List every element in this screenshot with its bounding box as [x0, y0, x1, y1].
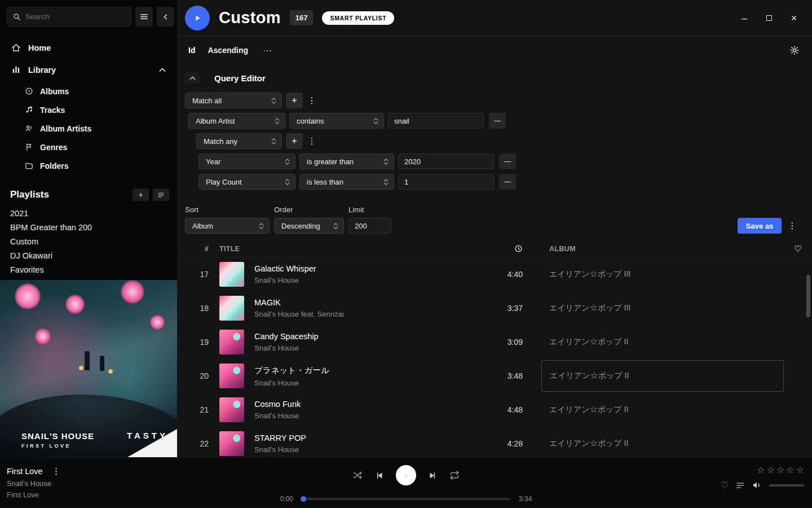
sidebar-item-library[interactable]: Library: [0, 59, 177, 81]
track-album: エイリアン☆ポップ II: [541, 439, 784, 449]
track-row[interactable]: 19 Candy Spaceship Snail's House 3:09 エイ…: [177, 325, 812, 359]
play-playlist-button[interactable]: [185, 6, 210, 30]
rule-operator-select[interactable]: contains: [289, 113, 384, 129]
seek-bar[interactable]: [302, 498, 510, 500]
maximize-button[interactable]: [765, 14, 774, 23]
favorite-heart-icon[interactable]: ♡: [721, 480, 729, 491]
track-row[interactable]: 22 STARRY POP Snail's House 4:28 エイリアン☆ポ…: [177, 427, 812, 457]
star-icon[interactable]: ☆: [786, 465, 794, 475]
group-menu-icon[interactable]: ⋮: [307, 95, 317, 106]
order-select[interactable]: Descending: [274, 218, 344, 234]
limit-label: Limit: [348, 205, 391, 214]
track-duration: 3:48: [478, 371, 523, 380]
art-hand-lantern: [108, 369, 113, 374]
track-row[interactable]: 21 Cosmo Funk Snail's House 4:48 エイリアン☆ポ…: [177, 393, 812, 427]
plus-icon: +: [138, 190, 143, 199]
sidebar-item-home[interactable]: Home: [0, 37, 177, 59]
star-icon[interactable]: ☆: [767, 465, 775, 475]
folder-icon: [25, 161, 33, 170]
track-album: エイリアン☆ポップ II: [541, 405, 784, 415]
star-icon[interactable]: ☆: [796, 465, 804, 475]
settings-gear-icon[interactable]: [789, 45, 800, 55]
sidebar-item-albums[interactable]: Albums: [25, 82, 177, 100]
group-menu-icon[interactable]: ⋮: [307, 136, 317, 146]
sort-field-button[interactable]: Id: [188, 46, 195, 55]
track-duration: 4:28: [478, 439, 523, 448]
playlist-item-2021[interactable]: 2021: [0, 207, 177, 221]
save-as-button[interactable]: Save as: [738, 218, 782, 234]
more-options-icon[interactable]: ⋯: [263, 45, 272, 56]
column-favorite[interactable]: ♡: [784, 244, 812, 254]
limit-input[interactable]: [348, 218, 391, 234]
rule-operator-select[interactable]: is greater than: [299, 154, 394, 169]
home-icon: [11, 43, 21, 52]
remove-rule-button[interactable]: —: [499, 174, 516, 190]
collapse-query-editor-button[interactable]: [185, 72, 200, 84]
menu-button[interactable]: [135, 7, 153, 27]
track-row[interactable]: 18 MAGIK Snail's House feat. Sennzai 3:3…: [177, 291, 812, 325]
column-title[interactable]: TITLE: [219, 245, 478, 253]
rule-value-input[interactable]: [388, 113, 484, 129]
previous-track-button[interactable]: [374, 471, 384, 480]
rule-value-input[interactable]: [398, 174, 494, 190]
query-sort-row: Sort Album Order Descending: [185, 205, 812, 234]
scrollbar-thumb[interactable]: [806, 275, 810, 317]
sort-select[interactable]: Album: [185, 218, 270, 234]
volume-icon[interactable]: [752, 480, 762, 490]
add-rule-button[interactable]: +: [286, 93, 303, 108]
playlist-list-button[interactable]: [153, 189, 169, 201]
hamburger-icon: [140, 12, 148, 21]
rule-field-select[interactable]: Year: [198, 154, 295, 169]
lantern-light: [150, 315, 165, 330]
sidebar-item-genres[interactable]: Genres: [25, 138, 177, 156]
next-track-button[interactable]: [428, 471, 438, 480]
star-icon[interactable]: ☆: [757, 465, 765, 475]
track-row[interactable]: 17 Galactic Whisper Snail's House 4:40 エ…: [177, 257, 812, 291]
transport-controls: [352, 465, 460, 485]
sort-direction-button[interactable]: Ascending: [208, 46, 248, 55]
star-icon[interactable]: ☆: [776, 465, 784, 475]
track-album: エイリアン☆ポップ II: [541, 337, 784, 347]
add-rule-button[interactable]: +: [286, 133, 303, 149]
sidebar-item-folders[interactable]: Folders: [25, 156, 177, 175]
select-carets-icon: [271, 98, 276, 104]
rule-field-select[interactable]: Album Artist: [188, 113, 285, 129]
search-box[interactable]: [7, 7, 131, 27]
sidebar-item-tracks[interactable]: Tracks: [25, 100, 177, 119]
remove-rule-button[interactable]: —: [489, 113, 506, 129]
column-duration[interactable]: [478, 244, 523, 253]
playlist-item-dj-okawari[interactable]: DJ Okawari: [0, 249, 177, 263]
rule-operator-select[interactable]: is less than: [299, 174, 394, 190]
seek-area: 0:00 3:34: [0, 495, 812, 503]
sidebar-item-album-artists[interactable]: Album Artists: [25, 119, 177, 138]
track-album-focused-cell[interactable]: エイリアン☆ポップ II: [541, 360, 784, 392]
rule-field-select[interactable]: Play Count: [198, 174, 295, 190]
match-any-select[interactable]: Match any: [196, 133, 282, 149]
playlist-item-bpm[interactable]: BPM Greater than 200: [0, 221, 177, 235]
rule-value-input[interactable]: [398, 154, 494, 169]
play-pause-button[interactable]: [396, 465, 416, 485]
track-row-selected[interactable]: 20 プラネット・ガール Snail's House 3:48 エイリアン☆ポッ…: [177, 359, 812, 393]
remove-rule-button[interactable]: —: [499, 154, 516, 169]
query-editor-title: Query Editor: [214, 73, 266, 83]
minimize-button[interactable]: –: [740, 14, 749, 23]
total-duration: 3:34: [519, 495, 539, 503]
seek-handle[interactable]: [301, 496, 306, 502]
match-all-select[interactable]: Match all: [185, 93, 282, 108]
now-playing-menu-icon[interactable]: ⋮: [51, 466, 61, 476]
playlist-item-custom[interactable]: Custom: [0, 235, 177, 249]
column-number[interactable]: #: [177, 245, 209, 253]
back-button[interactable]: [157, 7, 174, 27]
flag-icon: [25, 143, 33, 151]
playlist-item-favorites[interactable]: Favorites: [0, 263, 177, 277]
queue-icon[interactable]: [736, 481, 745, 490]
add-playlist-button[interactable]: +: [133, 189, 149, 201]
repeat-button[interactable]: [449, 470, 460, 480]
close-button[interactable]: ×: [789, 14, 798, 23]
save-menu-icon[interactable]: ⋮: [787, 218, 797, 234]
search-input[interactable]: [25, 12, 125, 21]
column-album[interactable]: ALBUM: [541, 245, 784, 253]
chevron-up-icon[interactable]: [159, 68, 166, 72]
volume-slider[interactable]: [769, 484, 804, 487]
shuffle-button[interactable]: [352, 470, 363, 480]
